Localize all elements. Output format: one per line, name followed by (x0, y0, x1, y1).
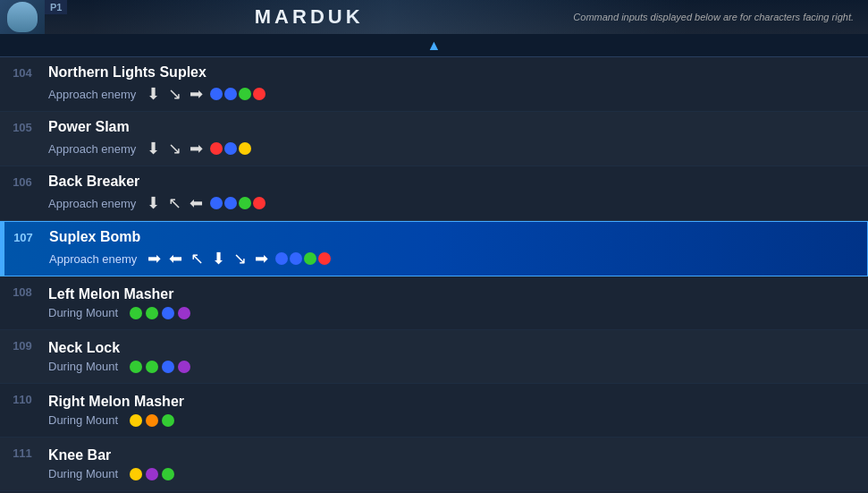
btn-circle-green (162, 414, 174, 427)
btn-circle-green (304, 252, 316, 265)
arrow-down: ⬇ (143, 84, 163, 104)
table-row[interactable]: 104 Northern Lights Suplex Approach enem… (0, 57, 868, 112)
btn-circle-blue2 (224, 197, 237, 209)
move-condition: Approach enemy (49, 252, 137, 266)
move-input: During Mount (48, 413, 861, 427)
arrow-downright: ↘ (164, 84, 184, 104)
table-row[interactable]: 111 Knee Bar During Mount (0, 438, 868, 491)
move-input: Approach enemy ⬇ ↖ ⬅ (48, 193, 861, 213)
table-row[interactable]: 106 Back Breaker Approach enemy ⬇ ↖ ⬅ (0, 166, 868, 221)
button-group (209, 142, 252, 155)
button-group (129, 361, 191, 373)
move-condition: During Mount (48, 413, 118, 427)
move-number: 107 (1, 222, 46, 244)
move-content: Northern Lights Suplex Approach enemy ⬇ … (45, 57, 868, 111)
move-name: Power Slam (48, 119, 861, 135)
btn-circle-red (253, 197, 265, 209)
move-input: Approach enemy ⬇ ↘ ➡ (48, 84, 861, 104)
btn-circle-red (210, 142, 223, 155)
arrow-upleft: ↖ (164, 193, 184, 213)
table-row[interactable]: 107 Suplex Bomb Approach enemy ➡ ⬅ ↖ ⬇ ↘… (0, 221, 868, 276)
btn-circle-orange (146, 414, 158, 427)
btn-circle-blue (162, 361, 174, 373)
arrow-down: ⬇ (143, 139, 163, 158)
table-row[interactable]: 109 Neck Lock During Mount (0, 330, 868, 384)
button-group (129, 307, 191, 319)
arrow-down: ⬇ (208, 249, 228, 268)
move-name: Back Breaker (48, 174, 861, 190)
button-group (209, 88, 266, 100)
move-condition: During Mount (48, 306, 118, 319)
move-condition: During Mount (48, 467, 118, 480)
table-row[interactable]: 110 Right Melon Masher During Mount (0, 384, 868, 438)
btn-circle-green (239, 88, 251, 100)
arrow-down: ⬇ (143, 193, 163, 213)
btn-circle-yellow (130, 468, 142, 480)
table-row[interactable]: 105 Power Slam Approach enemy ⬇ ↘ ➡ (0, 112, 868, 166)
move-content: Right Melon Masher During Mount (45, 384, 868, 437)
move-name: Suplex Bomb (49, 229, 860, 245)
button-group (129, 468, 175, 480)
move-number: 108 (0, 276, 45, 299)
character-avatar (0, 0, 45, 34)
arrow-right: ➡ (186, 139, 206, 158)
move-condition: During Mount (48, 360, 118, 373)
btn-circle-blue (210, 88, 223, 100)
move-number: 110 (0, 384, 45, 406)
btn-circle-purple (178, 307, 190, 319)
move-content: Back Breaker Approach enemy ⬇ ↖ ⬅ (45, 166, 868, 220)
move-number: 109 (0, 330, 45, 353)
move-number: 104 (0, 57, 45, 80)
move-content: Power Slam Approach enemy ⬇ ↘ ➡ (45, 112, 868, 166)
move-content: Suplex Bomb Approach enemy ➡ ⬅ ↖ ⬇ ↘ ➡ (46, 222, 867, 276)
move-input: During Mount (48, 306, 861, 319)
btn-circle-green (130, 361, 142, 373)
move-input: Approach enemy ➡ ⬅ ↖ ⬇ ↘ ➡ (49, 249, 860, 268)
arrow-left: ⬅ (186, 193, 206, 213)
btn-circle-yellow (130, 414, 142, 427)
scroll-up-arrow[interactable]: ▲ (427, 38, 442, 54)
scroll-up-indicator[interactable]: ▲ (0, 34, 868, 57)
move-number: 105 (0, 112, 45, 134)
btn-circle-blue (275, 252, 288, 265)
btn-circle-green2 (146, 307, 158, 319)
btn-circle-red (318, 252, 331, 265)
move-number: 106 (0, 166, 45, 189)
arrow-right: ➡ (144, 249, 164, 268)
move-name: Right Melon Masher (48, 394, 861, 410)
btn-circle-green2 (146, 361, 158, 373)
move-number: 111 (0, 438, 45, 460)
button-group (274, 252, 332, 265)
btn-circle-blue2 (290, 252, 302, 265)
btn-circle-blue (162, 307, 174, 319)
button-group (209, 197, 266, 209)
arrow-left: ⬅ (165, 249, 185, 268)
arrow-upleft: ↖ (187, 249, 206, 268)
move-list: 104 Northern Lights Suplex Approach enem… (0, 57, 868, 493)
btn-circle-blue (210, 197, 223, 209)
move-condition: Approach enemy (48, 88, 136, 101)
move-content: Knee Bar During Mount (45, 438, 868, 490)
move-content: Left Melon Masher During Mount (45, 276, 868, 329)
arrow-right2: ➡ (251, 249, 271, 268)
table-row[interactable]: 108 Left Melon Masher During Mount (0, 276, 868, 330)
move-name: Neck Lock (48, 340, 861, 356)
move-name: Northern Lights Suplex (48, 64, 861, 81)
btn-circle-blue2 (224, 88, 237, 100)
move-condition: Approach enemy (48, 197, 136, 210)
move-content: Neck Lock During Mount (45, 330, 868, 383)
btn-circle-green (239, 197, 251, 209)
btn-circle-blue (224, 142, 237, 155)
move-input: During Mount (48, 360, 861, 373)
move-input: Approach enemy ⬇ ↘ ➡ (48, 139, 861, 158)
btn-circle-red (253, 88, 265, 100)
header-hint: Command inputs displayed below are for c… (573, 12, 854, 22)
btn-circle-yellow (239, 142, 251, 155)
arrow-downright: ↘ (230, 249, 249, 268)
move-name: Knee Bar (48, 447, 861, 463)
player-badge: P1 (45, 0, 67, 14)
btn-circle-purple (178, 361, 190, 373)
button-group (129, 414, 175, 427)
btn-circle-green (130, 307, 142, 319)
move-name: Left Melon Masher (48, 286, 861, 302)
